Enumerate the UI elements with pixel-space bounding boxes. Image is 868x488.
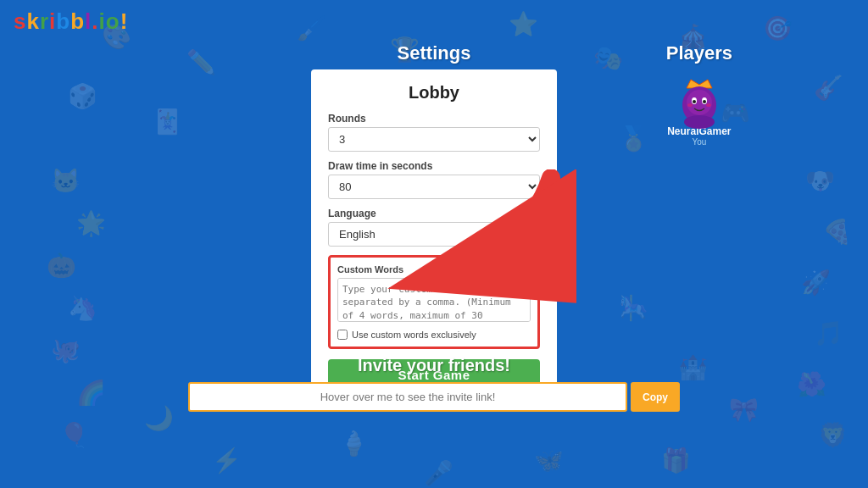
copy-button[interactable]: Copy	[631, 382, 680, 412]
rounds-select[interactable]: 3 2 4 5 6 7 8	[328, 127, 540, 152]
invite-link-input[interactable]	[188, 382, 627, 412]
logo-letter-r: r	[40, 8, 49, 34]
logo-exclamation: !	[120, 8, 129, 34]
draw-time-label: Draw time in seconds	[328, 160, 540, 172]
custom-words-checkbox-row: Use custom words exclusively	[337, 330, 531, 340]
settings-title: Settings	[398, 42, 471, 64]
custom-words-checkbox[interactable]	[337, 330, 348, 340]
settings-section: Settings Lobby Rounds 3 2 4 5 6 7 8 Draw…	[298, 42, 570, 408]
custom-words-section: Custom Words Use custom words exclusivel…	[328, 255, 540, 349]
rounds-label: Rounds	[328, 113, 540, 125]
invite-link-row: Copy	[188, 382, 680, 412]
invite-section: Invite your friends! Copy	[188, 356, 680, 412]
language-select[interactable]: English German Spanish French Italian	[328, 222, 540, 247]
logo-io: io	[99, 8, 120, 34]
rounds-group: Rounds 3 2 4 5 6 7 8	[328, 113, 540, 152]
draw-time-group: Draw time in seconds 80 30 45 60 100 120…	[328, 160, 540, 199]
custom-words-exclusively-label: Use custom words exclusively	[352, 330, 476, 340]
logo-dot: .	[92, 8, 98, 34]
logo-letter-s: s	[14, 8, 26, 34]
app-logo: skribbl.io!	[14, 8, 128, 35]
main-container: Settings Lobby Rounds 3 2 4 5 6 7 8 Draw…	[0, 0, 868, 488]
logo-letter-k: k	[26, 8, 39, 34]
custom-words-textarea[interactable]	[337, 278, 531, 322]
custom-words-label: Custom Words	[337, 264, 531, 274]
invite-title: Invite your friends!	[358, 356, 510, 375]
language-group: Language English German Spanish French I…	[328, 208, 540, 247]
lobby-title: Lobby	[328, 83, 540, 103]
logo-letter-b1: b	[56, 8, 70, 34]
logo-letter-b2: b	[70, 8, 85, 34]
draw-time-select[interactable]: 80 30 45 60 100 120 150 180	[328, 175, 540, 199]
language-label: Language	[328, 208, 540, 219]
